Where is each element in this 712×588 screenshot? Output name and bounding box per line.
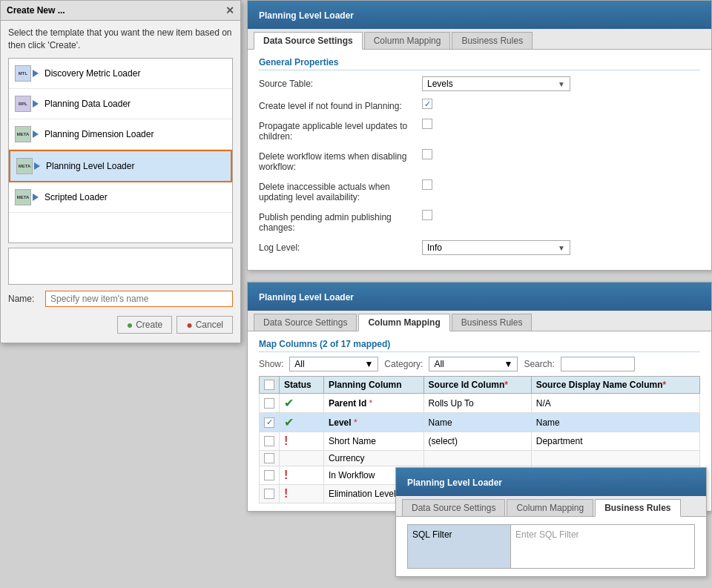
delete-inaccessible-control bbox=[422, 179, 700, 190]
panel2-tab-column-mapping[interactable]: Column Mapping bbox=[358, 314, 449, 331]
item-label-scripted: Scripted Loader bbox=[44, 192, 108, 202]
row-status-3 bbox=[280, 451, 324, 466]
panel1-header: Planning Level Loader bbox=[248, 1, 711, 29]
create-level-control bbox=[422, 99, 700, 109]
icon-box-planning-level: META bbox=[16, 158, 33, 174]
icon-box-scripted: META bbox=[15, 189, 31, 205]
publish-pending-checkbox[interactable] bbox=[422, 210, 432, 220]
propagate-control bbox=[422, 119, 700, 129]
list-item-planning-data[interactable]: RPLPlanning Data Loader bbox=[9, 89, 232, 119]
propagate-checkbox[interactable] bbox=[422, 119, 432, 129]
panel1-title: Planning Level Loader bbox=[259, 10, 354, 21]
delete-workflow-label: Delete workflow items when disabling wor… bbox=[259, 149, 422, 172]
category-dropdown[interactable]: All ▼ bbox=[429, 357, 518, 371]
icon-box-planning-dimension: META bbox=[15, 126, 31, 142]
create-new-dialog: Create New ... ✕ Select the template tha… bbox=[0, 0, 241, 343]
tab-column-mapping[interactable]: Column Mapping bbox=[364, 32, 451, 49]
icon-label-scripted: META bbox=[17, 195, 30, 199]
show-dropdown-arrow-icon: ▼ bbox=[364, 359, 373, 369]
icon-box-discovery: MTL bbox=[15, 65, 31, 82]
row-checkbox-1[interactable] bbox=[264, 417, 274, 428]
list-item-discovery[interactable]: MTLDiscovery Metric Loader bbox=[9, 59, 232, 89]
delete-workflow-checkbox[interactable] bbox=[422, 149, 432, 159]
search-label: Search: bbox=[524, 359, 554, 369]
planning-column-2: Short Name bbox=[323, 432, 423, 451]
row-status-2: ! bbox=[280, 432, 324, 451]
row-checkbox-2[interactable] bbox=[264, 436, 274, 446]
panel2-tabs: Data Source Settings Column Mapping Busi… bbox=[248, 311, 711, 331]
source-display-column-1: Name bbox=[531, 413, 699, 432]
source-display-column-0: N/A bbox=[531, 394, 699, 413]
item-label-planning-data: Planning Data Loader bbox=[44, 99, 131, 109]
table-row[interactable]: ✔Parent Id *Rolls Up ToN/A bbox=[260, 394, 700, 413]
delete-inaccessible-checkbox[interactable] bbox=[422, 179, 432, 190]
row-checkbox-5[interactable] bbox=[264, 489, 274, 499]
tab-data-source-settings[interactable]: Data Source Settings bbox=[254, 32, 363, 50]
name-input[interactable] bbox=[45, 291, 233, 307]
table-row[interactable]: !Short Name(select)Department bbox=[260, 432, 700, 451]
create-icon: ● bbox=[127, 319, 133, 331]
list-item-scripted[interactable]: METAScripted Loader bbox=[9, 182, 232, 213]
planning-column-3: Currency bbox=[323, 451, 423, 466]
status-green-icon: ✔ bbox=[284, 416, 294, 429]
list-item-planning-level[interactable]: METAPlanning Level Loader bbox=[9, 150, 232, 182]
search-input[interactable] bbox=[561, 357, 635, 371]
icon-arrow-scripted bbox=[33, 194, 39, 201]
source-table-dropdown[interactable]: Levels ▼ bbox=[422, 76, 570, 91]
dialog-instruction: Select the template that you want the ne… bbox=[8, 27, 233, 52]
item-icon-planning-dimension: META bbox=[15, 124, 39, 145]
map-columns-title: Map Columns (2 of 17 mapped) bbox=[259, 339, 700, 352]
panel3-title: Planning Level Loader bbox=[407, 478, 502, 488]
row-checkbox-0[interactable] bbox=[264, 398, 274, 409]
item-icon-planning-data: RPL bbox=[15, 93, 39, 114]
business-rules-content: SQL Filter Enter SQL Filter bbox=[407, 524, 695, 569]
filter-row: Show: All ▼ Category: All ▼ Search: bbox=[259, 357, 700, 371]
planning-column-1: Level * bbox=[323, 413, 423, 432]
source-table-control: Levels ▼ bbox=[422, 76, 700, 91]
table-row[interactable]: Currency bbox=[260, 451, 700, 466]
tab-business-rules[interactable]: Business Rules bbox=[452, 32, 533, 49]
item-icon-discovery: MTL bbox=[15, 63, 39, 84]
close-button[interactable]: ✕ bbox=[225, 4, 234, 16]
dialog-body: Select the template that you want the ne… bbox=[1, 21, 240, 343]
sql-filter-input[interactable]: Enter SQL Filter bbox=[511, 524, 695, 569]
panel2-tab-data-source[interactable]: Data Source Settings bbox=[254, 314, 357, 331]
status-red-icon: ! bbox=[284, 487, 288, 500]
source-display-column-2: Department bbox=[531, 432, 699, 451]
planning-column-0: Parent Id * bbox=[323, 394, 423, 413]
delete-inaccessible-label: Delete inaccessible actuals when updatin… bbox=[259, 179, 422, 202]
name-row: Name: bbox=[8, 291, 233, 307]
publish-pending-label: Publish pending admin publishing changes… bbox=[259, 210, 422, 233]
row-checkbox-3[interactable] bbox=[264, 453, 274, 463]
table-row[interactable]: ✔Level *NameName bbox=[260, 413, 700, 432]
panel3-tabs: Data Source Settings Column Mapping Busi… bbox=[396, 496, 706, 517]
log-level-dropdown[interactable]: Info ▼ bbox=[422, 240, 570, 255]
row-status-1: ✔ bbox=[280, 413, 324, 432]
log-level-label: Log Level: bbox=[259, 240, 422, 253]
select-all-checkbox[interactable] bbox=[264, 380, 274, 390]
required-star-icon: * bbox=[366, 398, 372, 409]
sql-filter-label: SQL Filter bbox=[407, 524, 511, 569]
status-green-icon: ✔ bbox=[284, 397, 294, 409]
cancel-button[interactable]: ● Cancel bbox=[177, 316, 233, 334]
panel1-tabs: Data Source Settings Column Mapping Busi… bbox=[248, 29, 711, 50]
panel2-tab-business-rules[interactable]: Business Rules bbox=[452, 314, 533, 331]
panel3-tab-business-rules[interactable]: Business Rules bbox=[595, 499, 680, 517]
show-dropdown[interactable]: All ▼ bbox=[289, 357, 378, 371]
publish-pending-control bbox=[422, 210, 700, 220]
row-checkbox-4[interactable] bbox=[264, 470, 274, 480]
create-level-row: Create level if not found in Planning: bbox=[259, 99, 700, 111]
create-level-checkbox[interactable] bbox=[422, 99, 432, 109]
log-level-dropdown-arrow-icon: ▼ bbox=[558, 244, 565, 252]
dropdown-arrow-icon: ▼ bbox=[558, 80, 565, 88]
create-button[interactable]: ● Create bbox=[117, 316, 173, 334]
panel3-tab-column-mapping[interactable]: Column Mapping bbox=[507, 499, 593, 516]
source-id-column-3 bbox=[423, 451, 531, 466]
panel3-tab-data-source[interactable]: Data Source Settings bbox=[402, 499, 505, 516]
panel3-header: Planning Level Loader bbox=[396, 468, 706, 496]
source-id-column-0: Rolls Up To bbox=[423, 394, 531, 413]
propagate-row: Propagate applicable level updates to ch… bbox=[259, 119, 700, 142]
panel1-content: General Properties Source Table: Levels … bbox=[248, 50, 711, 270]
list-item-planning-dimension[interactable]: METAPlanning Dimension Loader bbox=[9, 119, 232, 150]
template-list: MTLDiscovery Metric LoaderRPLPlanning Da… bbox=[8, 58, 233, 243]
